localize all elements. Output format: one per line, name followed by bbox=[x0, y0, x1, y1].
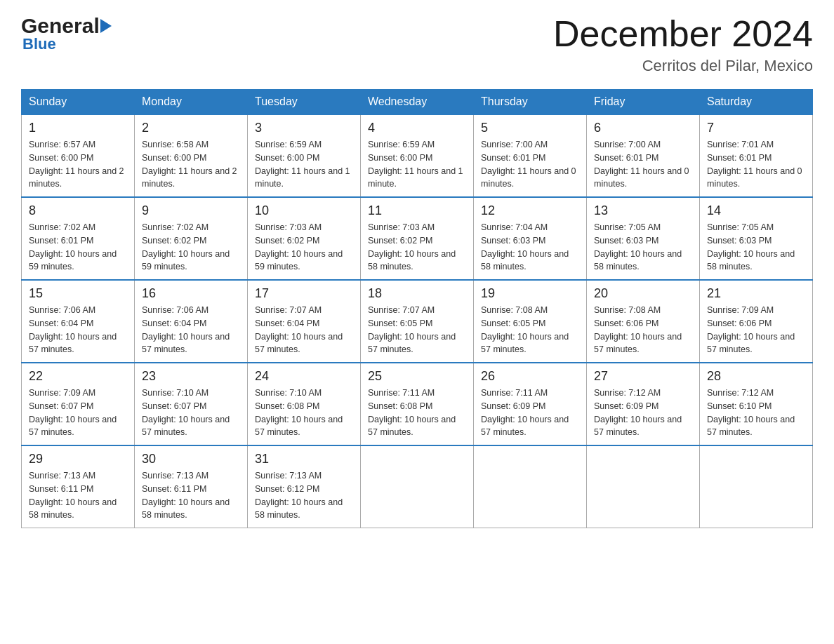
day-info: Sunrise: 6:57 AM Sunset: 6:00 PM Dayligh… bbox=[29, 138, 127, 191]
day-number: 4 bbox=[368, 121, 466, 135]
calendar-header-row: Sunday Monday Tuesday Wednesday Thursday… bbox=[22, 90, 813, 115]
col-sunday: Sunday bbox=[22, 90, 135, 115]
day-number: 8 bbox=[29, 203, 127, 218]
calendar-cell: 23 Sunrise: 7:10 AM Sunset: 6:07 PM Dayl… bbox=[135, 363, 248, 445]
day-number: 26 bbox=[481, 369, 579, 384]
day-number: 6 bbox=[594, 121, 692, 135]
page-header: General Blue December 2024 Cerritos del … bbox=[21, 14, 813, 75]
calendar-cell: 1 Sunrise: 6:57 AM Sunset: 6:00 PM Dayli… bbox=[22, 114, 135, 197]
day-info: Sunrise: 7:00 AM Sunset: 6:01 PM Dayligh… bbox=[481, 138, 579, 191]
calendar-cell: 17 Sunrise: 7:07 AM Sunset: 6:04 PM Dayl… bbox=[248, 280, 361, 363]
day-info: Sunrise: 7:02 AM Sunset: 6:02 PM Dayligh… bbox=[142, 221, 240, 274]
calendar-cell: 6 Sunrise: 7:00 AM Sunset: 6:01 PM Dayli… bbox=[587, 114, 700, 197]
calendar-cell: 31 Sunrise: 7:13 AM Sunset: 6:12 PM Dayl… bbox=[248, 445, 361, 528]
day-number: 2 bbox=[142, 121, 240, 135]
day-info: Sunrise: 7:02 AM Sunset: 6:01 PM Dayligh… bbox=[29, 221, 127, 274]
calendar-cell: 24 Sunrise: 7:10 AM Sunset: 6:08 PM Dayl… bbox=[248, 363, 361, 445]
logo-general-text: General bbox=[21, 14, 100, 38]
day-number: 27 bbox=[594, 369, 692, 384]
calendar-cell: 22 Sunrise: 7:09 AM Sunset: 6:07 PM Dayl… bbox=[22, 363, 135, 445]
calendar-cell: 10 Sunrise: 7:03 AM Sunset: 6:02 PM Dayl… bbox=[248, 197, 361, 280]
day-number: 25 bbox=[368, 369, 466, 384]
calendar-cell: 15 Sunrise: 7:06 AM Sunset: 6:04 PM Dayl… bbox=[22, 280, 135, 363]
logo-blue-text: Blue bbox=[22, 35, 56, 53]
day-info: Sunrise: 7:09 AM Sunset: 6:07 PM Dayligh… bbox=[29, 387, 127, 439]
calendar-cell: 16 Sunrise: 7:06 AM Sunset: 6:04 PM Dayl… bbox=[135, 280, 248, 363]
day-number: 11 bbox=[368, 203, 466, 218]
calendar-cell: 28 Sunrise: 7:12 AM Sunset: 6:10 PM Dayl… bbox=[700, 363, 813, 445]
day-info: Sunrise: 7:11 AM Sunset: 6:09 PM Dayligh… bbox=[481, 387, 579, 439]
day-number: 3 bbox=[255, 121, 353, 135]
day-info: Sunrise: 7:03 AM Sunset: 6:02 PM Dayligh… bbox=[255, 221, 353, 274]
calendar-cell: 8 Sunrise: 7:02 AM Sunset: 6:01 PM Dayli… bbox=[22, 197, 135, 280]
day-number: 23 bbox=[142, 369, 240, 384]
day-number: 18 bbox=[368, 286, 466, 301]
col-monday: Monday bbox=[135, 90, 248, 115]
day-number: 9 bbox=[142, 203, 240, 218]
calendar-cell: 14 Sunrise: 7:05 AM Sunset: 6:03 PM Dayl… bbox=[700, 197, 813, 280]
day-info: Sunrise: 7:07 AM Sunset: 6:04 PM Dayligh… bbox=[255, 304, 353, 356]
calendar-cell bbox=[700, 445, 813, 528]
calendar-cell: 25 Sunrise: 7:11 AM Sunset: 6:08 PM Dayl… bbox=[361, 363, 474, 445]
day-number: 28 bbox=[707, 369, 805, 384]
day-info: Sunrise: 7:09 AM Sunset: 6:06 PM Dayligh… bbox=[707, 304, 805, 356]
day-number: 5 bbox=[481, 121, 579, 135]
calendar-cell: 19 Sunrise: 7:08 AM Sunset: 6:05 PM Dayl… bbox=[474, 280, 587, 363]
day-number: 1 bbox=[29, 121, 127, 135]
location-text: Cerritos del Pilar, Mexico bbox=[553, 57, 813, 75]
col-thursday: Thursday bbox=[474, 90, 587, 115]
day-info: Sunrise: 7:05 AM Sunset: 6:03 PM Dayligh… bbox=[594, 221, 692, 274]
calendar-cell bbox=[474, 445, 587, 528]
day-info: Sunrise: 7:06 AM Sunset: 6:04 PM Dayligh… bbox=[29, 304, 127, 356]
calendar-cell: 26 Sunrise: 7:11 AM Sunset: 6:09 PM Dayl… bbox=[474, 363, 587, 445]
calendar-week-1: 1 Sunrise: 6:57 AM Sunset: 6:00 PM Dayli… bbox=[22, 114, 813, 197]
month-title: December 2024 bbox=[553, 14, 813, 54]
logo-arrow-icon bbox=[100, 19, 112, 33]
calendar-cell: 7 Sunrise: 7:01 AM Sunset: 6:01 PM Dayli… bbox=[700, 114, 813, 197]
day-number: 21 bbox=[707, 286, 805, 301]
title-section: December 2024 Cerritos del Pilar, Mexico bbox=[553, 14, 813, 75]
col-friday: Friday bbox=[587, 90, 700, 115]
day-number: 24 bbox=[255, 369, 353, 384]
calendar-cell: 21 Sunrise: 7:09 AM Sunset: 6:06 PM Dayl… bbox=[700, 280, 813, 363]
calendar-cell: 18 Sunrise: 7:07 AM Sunset: 6:05 PM Dayl… bbox=[361, 280, 474, 363]
day-number: 22 bbox=[29, 369, 127, 384]
day-info: Sunrise: 7:08 AM Sunset: 6:05 PM Dayligh… bbox=[481, 304, 579, 356]
day-info: Sunrise: 7:00 AM Sunset: 6:01 PM Dayligh… bbox=[594, 138, 692, 191]
calendar-cell: 30 Sunrise: 7:13 AM Sunset: 6:11 PM Dayl… bbox=[135, 445, 248, 528]
calendar-cell: 5 Sunrise: 7:00 AM Sunset: 6:01 PM Dayli… bbox=[474, 114, 587, 197]
day-number: 13 bbox=[594, 203, 692, 218]
day-info: Sunrise: 7:10 AM Sunset: 6:08 PM Dayligh… bbox=[255, 387, 353, 439]
calendar-cell: 4 Sunrise: 6:59 AM Sunset: 6:00 PM Dayli… bbox=[361, 114, 474, 197]
day-info: Sunrise: 7:08 AM Sunset: 6:06 PM Dayligh… bbox=[594, 304, 692, 356]
day-number: 19 bbox=[481, 286, 579, 301]
day-info: Sunrise: 7:13 AM Sunset: 6:11 PM Dayligh… bbox=[29, 469, 127, 522]
calendar-cell: 9 Sunrise: 7:02 AM Sunset: 6:02 PM Dayli… bbox=[135, 197, 248, 280]
day-number: 7 bbox=[707, 121, 805, 135]
day-number: 15 bbox=[29, 286, 127, 301]
day-info: Sunrise: 7:10 AM Sunset: 6:07 PM Dayligh… bbox=[142, 387, 240, 439]
day-number: 17 bbox=[255, 286, 353, 301]
logo-top-row: General bbox=[21, 14, 112, 38]
calendar-week-3: 15 Sunrise: 7:06 AM Sunset: 6:04 PM Dayl… bbox=[22, 280, 813, 363]
day-info: Sunrise: 7:06 AM Sunset: 6:04 PM Dayligh… bbox=[142, 304, 240, 356]
calendar-cell: 11 Sunrise: 7:03 AM Sunset: 6:02 PM Dayl… bbox=[361, 197, 474, 280]
calendar-cell: 29 Sunrise: 7:13 AM Sunset: 6:11 PM Dayl… bbox=[22, 445, 135, 528]
day-info: Sunrise: 7:13 AM Sunset: 6:11 PM Dayligh… bbox=[142, 469, 240, 522]
calendar-table: Sunday Monday Tuesday Wednesday Thursday… bbox=[21, 89, 813, 528]
day-number: 16 bbox=[142, 286, 240, 301]
day-info: Sunrise: 6:58 AM Sunset: 6:00 PM Dayligh… bbox=[142, 138, 240, 191]
day-number: 30 bbox=[142, 452, 240, 467]
logo: General Blue bbox=[21, 14, 112, 53]
day-info: Sunrise: 7:12 AM Sunset: 6:09 PM Dayligh… bbox=[594, 387, 692, 439]
calendar-cell bbox=[587, 445, 700, 528]
calendar-week-5: 29 Sunrise: 7:13 AM Sunset: 6:11 PM Dayl… bbox=[22, 445, 813, 528]
day-number: 29 bbox=[29, 452, 127, 467]
day-info: Sunrise: 7:13 AM Sunset: 6:12 PM Dayligh… bbox=[255, 469, 353, 522]
calendar-week-2: 8 Sunrise: 7:02 AM Sunset: 6:01 PM Dayli… bbox=[22, 197, 813, 280]
calendar-cell: 13 Sunrise: 7:05 AM Sunset: 6:03 PM Dayl… bbox=[587, 197, 700, 280]
calendar-cell: 12 Sunrise: 7:04 AM Sunset: 6:03 PM Dayl… bbox=[474, 197, 587, 280]
calendar-week-4: 22 Sunrise: 7:09 AM Sunset: 6:07 PM Dayl… bbox=[22, 363, 813, 445]
day-number: 14 bbox=[707, 203, 805, 218]
calendar-cell: 20 Sunrise: 7:08 AM Sunset: 6:06 PM Dayl… bbox=[587, 280, 700, 363]
